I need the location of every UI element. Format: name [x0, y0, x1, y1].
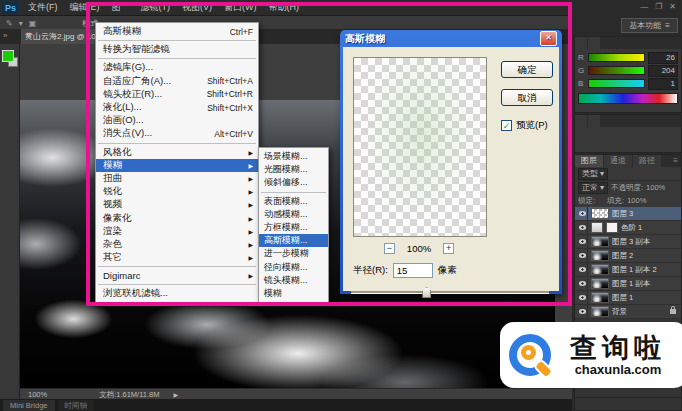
visibility-eye-icon[interactable]: [577, 207, 588, 220]
menu-item-gaussian-blur-repeat[interactable]: 高斯模糊 Ctrl+F: [96, 25, 258, 38]
menu-file[interactable]: 文件(F): [22, 1, 64, 14]
channel-value[interactable]: 26: [648, 52, 678, 64]
menu-item-video[interactable]: 视频 ▶: [96, 198, 258, 211]
preset-caret-icon[interactable]: ▾: [19, 19, 23, 28]
submenu-item-field-blur[interactable]: 场景模糊...: [259, 150, 328, 163]
menu-help[interactable]: 帮助(H): [263, 1, 306, 14]
submenu-item-radial-blur[interactable]: 径向模糊...: [259, 261, 328, 274]
menu-separator[interactable]: [98, 284, 256, 285]
menu-view[interactable]: 视图(V): [176, 1, 218, 14]
submenu-item-blur-plain[interactable]: 模糊: [259, 287, 328, 300]
menu-item-sharpen[interactable]: 锐化 ▶: [96, 185, 258, 198]
dialog-title-bar[interactable]: 高斯模糊 ✕: [343, 30, 559, 47]
tab-mini-bridge[interactable]: Mini Bridge: [3, 400, 55, 411]
layer-row-layer2[interactable]: 图层 2: [575, 249, 681, 263]
menu-item-pixelate[interactable]: 像素化 ▶: [96, 211, 258, 224]
menu-item-digimarc[interactable]: Digimarc ▶: [96, 269, 258, 282]
layer-row-layer3[interactable]: 图层 3: [575, 207, 681, 221]
menu-item-render[interactable]: 渲染 ▶: [96, 225, 258, 238]
zoom-in-button[interactable]: +: [443, 243, 454, 254]
tab-channels[interactable]: 通道: [604, 155, 632, 167]
menu-item-lens-correction[interactable]: 镜头校正(R)... Shift+Ctrl+R: [96, 88, 258, 101]
channel-slider[interactable]: [588, 53, 645, 62]
panel-toggle-icon[interactable]: ▣: [29, 19, 37, 28]
tab-timeline[interactable]: 时间轴: [58, 400, 95, 411]
status-expand-icon[interactable]: ▶: [174, 391, 179, 398]
zoom-out-button[interactable]: −: [384, 243, 395, 254]
workspace-switcher[interactable]: 基本功能 ≡: [621, 18, 678, 33]
menu-separator[interactable]: [261, 192, 326, 193]
menu-item-label: 倾斜偏移...: [264, 176, 308, 189]
layer-row-layer1[interactable]: 图层 1: [575, 291, 681, 305]
menu-separator[interactable]: [98, 143, 256, 144]
tab-layers[interactable]: 图层: [575, 155, 603, 167]
channel-slider[interactable]: [588, 66, 645, 75]
menu-item-blur[interactable]: 模糊 ▶: [96, 159, 258, 172]
channel-value[interactable]: 1: [648, 78, 678, 90]
blend-mode-select[interactable]: 正常 ▾: [578, 182, 608, 194]
layer-row-background[interactable]: 背景: [575, 305, 681, 319]
opacity-value[interactable]: 100%: [646, 183, 665, 192]
visibility-eye-icon[interactable]: [577, 291, 588, 304]
document-tab[interactable]: 黄山云海2.jpg @ 100%: [21, 29, 95, 44]
menu-separator[interactable]: [98, 266, 256, 267]
menu-item-browse-online-filters[interactable]: 浏览联机滤镜...: [96, 287, 258, 300]
layer-row-layer1-copy[interactable]: 图层 1 副本: [575, 277, 681, 291]
menu-filter[interactable]: 滤镜(T): [135, 1, 177, 14]
ok-button[interactable]: 确定: [501, 61, 553, 78]
restore-icon[interactable]: ❐: [655, 2, 662, 11]
menu-item-distort[interactable]: 扭曲 ▶: [96, 172, 258, 185]
menu-separator[interactable]: [98, 40, 256, 41]
menu-item-adaptive-wide-angle[interactable]: 自适应广角(A)... Shift+Ctrl+A: [96, 75, 258, 88]
channel-value[interactable]: 204: [648, 65, 678, 77]
close-icon[interactable]: ✕: [669, 2, 676, 11]
layer-row-layer1-copy2[interactable]: 图层 1 副本 2: [575, 263, 681, 277]
minimize-icon[interactable]: —: [640, 2, 648, 11]
visibility-eye-icon[interactable]: [577, 235, 588, 248]
menu-item-vanishing-point[interactable]: 消失点(V)... Alt+Ctrl+V: [96, 127, 258, 140]
menu-item-noise[interactable]: 杂色 ▶: [96, 238, 258, 251]
filter-kind-select[interactable]: 类型 ▾: [578, 168, 608, 180]
panel-menu-icon[interactable]: ≡: [673, 155, 681, 167]
menu-window[interactable]: 窗口(W): [218, 1, 263, 14]
menu-edit[interactable]: 编辑(E): [64, 1, 106, 14]
radius-input[interactable]: [393, 263, 433, 278]
zoom-level[interactable]: 100%: [28, 390, 47, 399]
tab-paths[interactable]: 路径: [633, 155, 661, 167]
menu-item-oil-paint[interactable]: 油画(O)...: [96, 114, 258, 127]
color-spectrum-ramp[interactable]: [578, 93, 678, 104]
menu-item-filter-gallery[interactable]: 滤镜库(G)...: [96, 61, 258, 74]
menu-item-other[interactable]: 其它 ▶: [96, 251, 258, 264]
preview-checkbox[interactable]: ✓: [501, 120, 512, 131]
layer-row-levels1[interactable]: 色阶 1: [575, 221, 681, 235]
slider-thumb[interactable]: [422, 287, 431, 298]
menu-separator[interactable]: [98, 58, 256, 59]
submenu-item-motion-blur[interactable]: 动感模糊...: [259, 208, 328, 221]
submenu-item-iris-blur[interactable]: 光圈模糊...: [259, 163, 328, 176]
submenu-item-blur-more[interactable]: 进一步模糊: [259, 247, 328, 260]
menu-item-stylize[interactable]: 风格化 ▶: [96, 146, 258, 159]
submenu-item-box-blur[interactable]: 方框模糊...: [259, 221, 328, 234]
dialog-close-icon[interactable]: ✕: [540, 31, 557, 46]
visibility-eye-icon[interactable]: [577, 277, 588, 290]
submenu-item-gaussian-blur[interactable]: 高斯模糊...: [259, 234, 328, 247]
submenu-item-surface-blur[interactable]: 表面模糊...: [259, 195, 328, 208]
cancel-button[interactable]: 取消: [501, 89, 553, 106]
foreground-color-swatch[interactable]: [2, 50, 14, 62]
layer-row-layer3-copy[interactable]: 图层 3 副本: [575, 235, 681, 249]
visibility-eye-icon[interactable]: [577, 263, 588, 276]
submenu-item-tilt-shift[interactable]: 倾斜偏移...: [259, 176, 328, 189]
brush-preset-icon[interactable]: ✎: [6, 19, 13, 28]
fill-value[interactable]: 100%: [627, 196, 646, 205]
menu-item-convert-smart-filters[interactable]: 转换为智能滤镜: [96, 43, 258, 56]
menu-image[interactable]: 图: [106, 1, 127, 14]
blur-preview-area[interactable]: [353, 57, 487, 237]
channel-slider[interactable]: [588, 79, 645, 88]
submenu-item-lens-blur[interactable]: 镜头模糊...: [259, 274, 328, 287]
visibility-eye-icon[interactable]: [577, 221, 588, 234]
visibility-eye-icon[interactable]: [577, 249, 588, 262]
radius-slider[interactable]: [351, 287, 549, 298]
menu-item-liquify[interactable]: 液化(L)... Shift+Ctrl+X: [96, 101, 258, 114]
visibility-eye-icon[interactable]: [577, 305, 588, 318]
toolbar-collapse-icon[interactable]: »: [3, 31, 7, 40]
